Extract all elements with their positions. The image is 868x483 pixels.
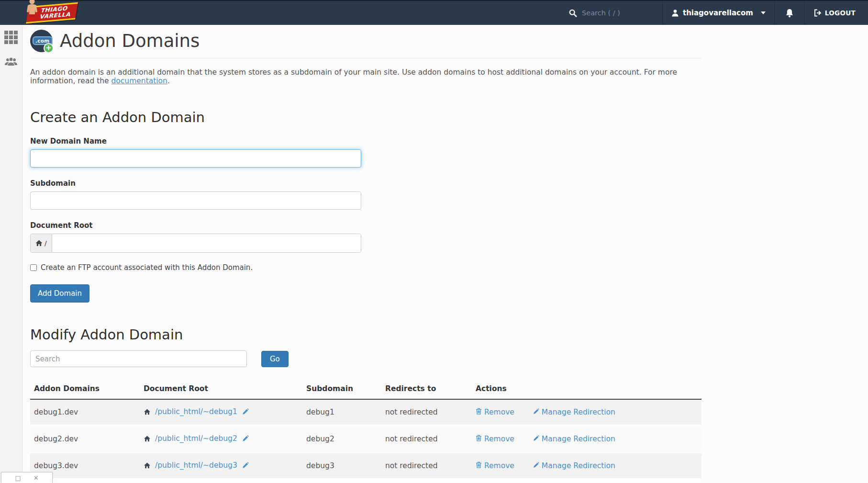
home-icon (144, 408, 153, 417)
document-root-link[interactable]: /public_html/~debug2 (155, 434, 237, 443)
title-divider (30, 58, 701, 58)
trash-icon (476, 408, 482, 416)
cell-redirects: not redirected (381, 452, 472, 479)
pencil-icon (533, 461, 539, 470)
prefix-slash: / (45, 239, 47, 247)
modify-search-input[interactable] (30, 350, 247, 367)
create-addon-heading: Create an Addon Domain (30, 109, 701, 125)
document-root-group: / (30, 234, 361, 253)
ftp-checkbox-label: Create an FTP account associated with th… (41, 263, 253, 272)
left-sidebar (0, 25, 22, 482)
subdomain-input[interactable] (30, 191, 361, 210)
document-root-input[interactable] (52, 234, 361, 252)
page-description: An addon domain is an additional domain … (30, 68, 701, 85)
user-manager-icon[interactable] (4, 56, 18, 67)
logo-text-line2: VARELLA (39, 11, 70, 20)
cell-document-root: /public_html/~debug3 (140, 452, 302, 479)
new-domain-input[interactable] (30, 149, 361, 168)
cell-document-root: /public_html/~debug2 (140, 426, 302, 452)
cell-subdomain: debug1 (302, 399, 381, 426)
manage-redirection-link[interactable]: Manage Redirection (533, 408, 615, 416)
trash-icon (476, 461, 482, 470)
document-root-link[interactable]: /public_html/~debug1 (155, 407, 237, 416)
col-header-addon-domains: Addon Domains (30, 380, 140, 399)
cell-document-root: /public_html/~debug1 (140, 399, 302, 426)
description-period: . (167, 77, 170, 85)
documentation-link[interactable]: documentation (111, 77, 167, 85)
col-header-actions: Actions (472, 380, 701, 399)
pencil-icon (533, 408, 539, 416)
logout-button[interactable]: LOGOUT (804, 1, 868, 25)
close-icon[interactable]: ✕ (33, 475, 39, 481)
col-header-document-root: Document Root (140, 380, 302, 399)
add-domain-button[interactable]: Add Domain (30, 284, 89, 303)
manage-redirection-link[interactable]: Manage Redirection (533, 461, 615, 470)
brand-logo[interactable]: THIAGO VARELLA (28, 1, 76, 25)
manage-label: Manage Redirection (542, 408, 615, 416)
edit-pencil-icon[interactable] (242, 435, 249, 444)
remove-link[interactable]: Remove (476, 408, 514, 416)
cell-actions: Remove Manage Redirection (472, 399, 701, 426)
addon-domains-icon: .com + (30, 30, 53, 52)
ftp-account-checkbox[interactable] (30, 264, 37, 271)
modify-addon-heading: Modify Addon Domain (30, 326, 701, 343)
cell-subdomain: debug2 (302, 426, 381, 452)
user-icon (671, 9, 679, 17)
subdomain-label: Subdomain (30, 179, 701, 188)
remove-link[interactable]: Remove (476, 461, 514, 470)
cell-domain: debug2.dev (30, 426, 140, 452)
table-row: debug3.dev /public_html/~debug3 debug3 n… (30, 452, 701, 479)
apps-grid-icon[interactable] (4, 31, 18, 44)
manage-label: Manage Redirection (542, 461, 615, 470)
logout-icon (813, 9, 822, 17)
logout-label: LOGOUT (825, 9, 856, 17)
table-header-row: Addon Domains Document Root Subdomain Re… (30, 380, 701, 399)
col-header-redirects-to: Redirects to (381, 380, 472, 399)
new-domain-label: New Domain Name (30, 137, 701, 146)
document-root-label: Document Root (30, 221, 701, 230)
cell-actions: Remove Manage Redirection (472, 452, 701, 479)
search-icon (569, 9, 577, 17)
table-row: debug2.dev /public_html/~debug2 debug2 n… (30, 426, 701, 452)
username-label: thiagovarellacom (683, 9, 753, 17)
plus-badge-icon: + (44, 43, 54, 53)
cell-subdomain: debug3 (302, 452, 381, 479)
main-content: .com + Addon Domains An addon domain is … (22, 25, 701, 482)
manage-label: Manage Redirection (542, 435, 615, 443)
table-row: debug1.dev /public_html/~debug1 debug1 n… (30, 399, 701, 426)
navbar-search (560, 1, 662, 25)
user-menu[interactable]: thiagovarellacom (662, 1, 774, 25)
remove-link[interactable]: Remove (476, 435, 514, 443)
home-icon (35, 240, 43, 247)
go-button[interactable]: Go (261, 351, 289, 367)
notifications-button[interactable] (774, 1, 804, 25)
mini-window: □ ✕ (1, 472, 53, 483)
top-navbar: THIAGO VARELLA thiagovarellacom (0, 0, 868, 25)
search-input[interactable] (582, 9, 654, 17)
bell-icon (785, 9, 794, 18)
edit-pencil-icon[interactable] (242, 462, 249, 471)
col-header-subdomain: Subdomain (302, 380, 381, 399)
cell-redirects: not redirected (381, 426, 472, 452)
remove-label: Remove (484, 408, 514, 416)
chevron-down-icon (761, 11, 766, 14)
pencil-icon (533, 435, 539, 443)
remove-label: Remove (484, 461, 514, 470)
document-root-prefix: / (31, 234, 52, 252)
manage-redirection-link[interactable]: Manage Redirection (533, 435, 615, 443)
cell-actions: Remove Manage Redirection (472, 426, 701, 452)
bodybuilder-mascot-icon (25, 0, 39, 19)
home-icon (144, 435, 153, 444)
document-root-link[interactable]: /public_html/~debug3 (155, 461, 237, 470)
edit-pencil-icon[interactable] (242, 408, 249, 417)
remove-label: Remove (484, 435, 514, 443)
cell-redirects: not redirected (381, 399, 472, 426)
cell-domain: debug1.dev (30, 399, 140, 426)
trash-icon (476, 435, 482, 443)
addon-domains-table: Addon Domains Document Root Subdomain Re… (30, 380, 701, 480)
home-icon (144, 462, 153, 471)
page-title: Addon Domains (60, 31, 200, 51)
maximize-icon[interactable]: □ (15, 475, 21, 481)
